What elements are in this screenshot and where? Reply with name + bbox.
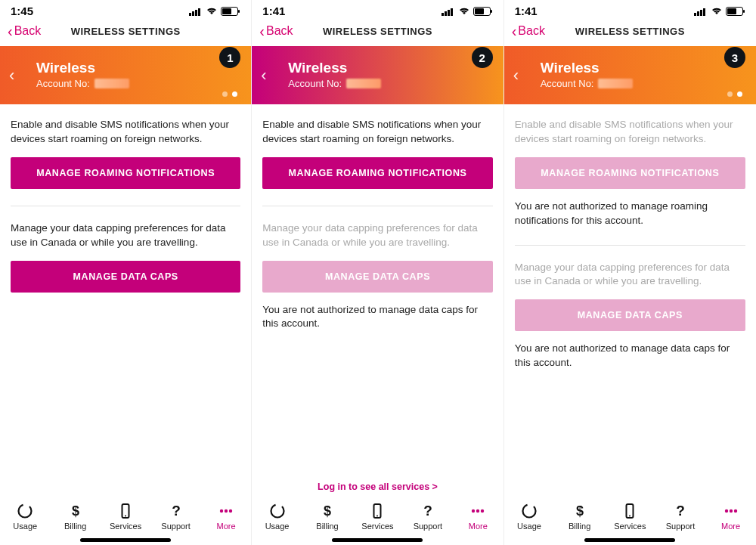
divider xyxy=(515,245,745,246)
status-bar: 1:41 xyxy=(504,0,756,19)
chevron-left-icon[interactable]: ‹ xyxy=(261,66,266,85)
manage-caps-button[interactable]: MANAGE DATA CAPS xyxy=(11,261,240,293)
svg-rect-18 xyxy=(451,8,453,16)
account-line: Account No: xyxy=(288,78,489,89)
account-number-redacted xyxy=(94,79,129,88)
svg-text:$: $ xyxy=(576,503,584,519)
tab-services[interactable]: Services xyxy=(605,503,655,531)
caps-desc: Manage your data capping preferences for… xyxy=(515,261,745,290)
svg-rect-3 xyxy=(198,8,200,16)
dot[interactable] xyxy=(727,91,733,97)
caps-desc: Manage your data capping preferences for… xyxy=(262,221,492,250)
svg-point-25 xyxy=(376,516,378,517)
back-button[interactable]: ‹ Back xyxy=(259,23,293,39)
tab-support[interactable]: ? Support xyxy=(150,503,200,531)
login-link[interactable]: Log in to see all services > xyxy=(252,475,503,498)
svg-rect-15 xyxy=(442,13,444,16)
content-area: Enable and disable SMS notifications whe… xyxy=(0,104,251,498)
dot-active[interactable] xyxy=(232,91,237,97)
svg-rect-0 xyxy=(189,13,191,16)
svg-point-13 xyxy=(225,509,228,512)
dot[interactable] xyxy=(222,91,228,97)
tab-support[interactable]: ? Support xyxy=(655,503,706,531)
tab-more[interactable]: More xyxy=(201,503,251,531)
status-bar: 1:41 xyxy=(252,0,503,19)
account-label: Account No: xyxy=(541,78,594,89)
tab-more[interactable]: More xyxy=(453,503,503,531)
phone-icon xyxy=(369,503,386,519)
status-time: 1:41 xyxy=(262,5,285,17)
back-label: Back xyxy=(518,24,545,38)
tab-label: Support xyxy=(161,522,191,531)
manage-roaming-button: MANAGE ROAMING NOTIFICATIONS xyxy=(515,157,745,189)
home-indicator[interactable] xyxy=(80,538,171,542)
manage-roaming-button[interactable]: MANAGE ROAMING NOTIFICATIONS xyxy=(262,157,492,189)
roaming-desc: Enable and disable SMS notifications whe… xyxy=(515,118,745,147)
account-line: Account No: xyxy=(541,78,742,89)
back-label: Back xyxy=(14,24,42,38)
home-indicator[interactable] xyxy=(332,538,423,542)
usage-icon xyxy=(269,503,286,519)
hero-banner[interactable]: ‹ Wireless Account No: xyxy=(504,46,756,104)
tab-billing[interactable]: $ Billing xyxy=(554,503,605,531)
hero-banner[interactable]: ‹ Wireless Account No: xyxy=(252,46,503,104)
screen-1: 1:45 ‹ Back WIRELESS SETTINGS 1 ‹ Wirele… xyxy=(0,0,252,545)
svg-rect-32 xyxy=(700,10,702,16)
screen-3: 1:41 ‹ Back WIRELESS SETTINGS 3 ‹ Wirele… xyxy=(504,0,756,545)
status-icons xyxy=(694,7,745,16)
tab-services[interactable]: Services xyxy=(352,503,402,531)
svg-rect-16 xyxy=(445,11,447,16)
back-button[interactable]: ‹ Back xyxy=(8,23,41,39)
chevron-left-icon: ‹ xyxy=(8,23,13,39)
hero-banner[interactable]: ‹ Wireless Account No: xyxy=(0,46,251,104)
tab-support[interactable]: ? Support xyxy=(403,503,453,531)
tab-usage[interactable]: Usage xyxy=(504,503,555,531)
account-number-redacted xyxy=(346,79,381,88)
account-label: Account No: xyxy=(288,78,342,89)
svg-point-27 xyxy=(472,509,475,512)
chevron-left-icon[interactable]: ‹ xyxy=(9,66,14,85)
dot-active[interactable] xyxy=(737,91,742,97)
tab-usage[interactable]: Usage xyxy=(252,503,302,531)
chevron-left-icon[interactable]: ‹ xyxy=(513,66,519,85)
svg-rect-33 xyxy=(703,8,705,16)
svg-rect-5 xyxy=(222,8,231,14)
chevron-left-icon: ‹ xyxy=(512,23,517,39)
home-indicator[interactable] xyxy=(584,538,675,542)
hero-title: Wireless xyxy=(541,60,742,76)
more-icon xyxy=(218,503,234,519)
tab-bar: Usage $ Billing Services ? Support More xyxy=(252,498,503,534)
tab-label: Support xyxy=(414,522,443,531)
tab-usage[interactable]: Usage xyxy=(0,503,50,531)
divider xyxy=(262,206,492,206)
status-icons xyxy=(442,7,493,16)
dollar-icon: $ xyxy=(572,503,588,519)
usage-icon xyxy=(521,503,538,519)
tab-billing[interactable]: $ Billing xyxy=(302,503,352,531)
svg-point-10 xyxy=(125,516,126,517)
account-line: Account No: xyxy=(36,78,237,89)
svg-point-44 xyxy=(733,509,736,512)
roaming-noauth-msg: You are not authorized to manage roaming… xyxy=(515,200,745,228)
tab-label: Services xyxy=(614,522,646,531)
question-icon: ? xyxy=(420,503,436,519)
tab-bar: Usage $ Billing Services ? Support More xyxy=(0,498,251,534)
svg-point-22 xyxy=(269,503,286,519)
caps-noauth-msg: You are not authorized to manage data ca… xyxy=(515,342,745,370)
dollar-icon: $ xyxy=(67,503,84,519)
svg-point-7 xyxy=(17,503,33,519)
svg-rect-20 xyxy=(475,8,484,14)
tab-billing[interactable]: $ Billing xyxy=(50,503,100,531)
svg-rect-30 xyxy=(694,13,696,16)
manage-roaming-button[interactable]: MANAGE ROAMING NOTIFICATIONS xyxy=(11,157,240,189)
tab-more[interactable]: More xyxy=(705,503,756,531)
page-title: WIRELESS SETTINGS xyxy=(575,26,685,37)
svg-text:?: ? xyxy=(676,503,685,519)
content-area: Enable and disable SMS notifications whe… xyxy=(504,104,756,498)
content-area: Enable and disable SMS notifications whe… xyxy=(252,104,503,475)
tab-services[interactable]: Services xyxy=(101,503,150,531)
svg-point-43 xyxy=(729,509,732,512)
status-time: 1:45 xyxy=(11,5,33,17)
back-button[interactable]: ‹ Back xyxy=(512,23,545,39)
tab-bar: Usage $ Billing Services ? Support More xyxy=(504,498,756,534)
